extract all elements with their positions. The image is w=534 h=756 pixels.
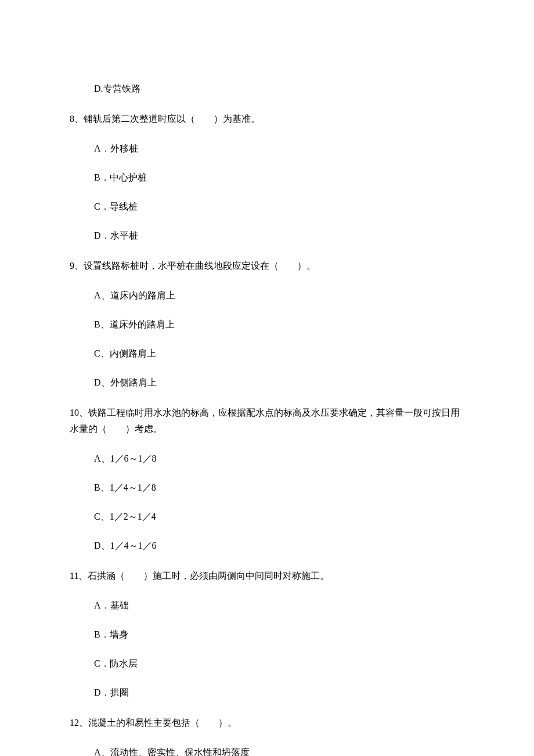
q11-option-b: B．墙身 <box>94 628 464 642</box>
q10-option-a: A、1／6～1／8 <box>94 452 464 466</box>
question-10: 10、铁路工程临时用水水池的标高，应根据配水点的标高及水压要求确定，其容量一般可… <box>70 405 464 436</box>
q11-option-c: C．防水层 <box>94 657 464 671</box>
question-8: 8、铺轨后第二次整道时应以（ ）为基准。 <box>70 111 464 127</box>
q8-option-c: C．导线桩 <box>94 200 464 214</box>
q7-option-d: D.专营铁路 <box>94 82 464 96</box>
q9-option-a: A、道床内的路肩上 <box>94 289 464 303</box>
q9-option-c: C、内侧路肩上 <box>94 347 464 361</box>
page-content: D.专营铁路 8、铺轨后第二次整道时应以（ ）为基准。 A．外移桩 B．中心护桩… <box>0 0 534 756</box>
q11-option-d: D．拱圈 <box>94 686 464 700</box>
q10-option-d: D、1／4～1／6 <box>94 539 464 553</box>
question-9: 9、设置线路标桩时，水平桩在曲线地段应定设在（ ）。 <box>70 258 464 273</box>
q10-option-c: C、1／2～1／4 <box>94 510 464 524</box>
question-12: 12、混凝土的和易性主要包括（ ）。 <box>70 715 464 730</box>
q11-option-a: A．基础 <box>94 599 464 613</box>
q8-option-b: B．中心护桩 <box>94 171 464 185</box>
question-11: 11、石拱涵（ ）施工时，必须由两侧向中间同时对称施工。 <box>70 568 464 584</box>
q8-option-a: A．外移桩 <box>94 142 464 156</box>
q12-option-a: A、流动性、密实性、保水性和坍落度 <box>94 746 464 756</box>
q9-option-b: B、道床外的路肩上 <box>94 318 464 332</box>
q9-option-d: D、外侧路肩上 <box>94 376 464 390</box>
q8-option-d: D．水平桩 <box>94 229 464 243</box>
q10-option-b: B、1／4～1／8 <box>94 481 464 495</box>
